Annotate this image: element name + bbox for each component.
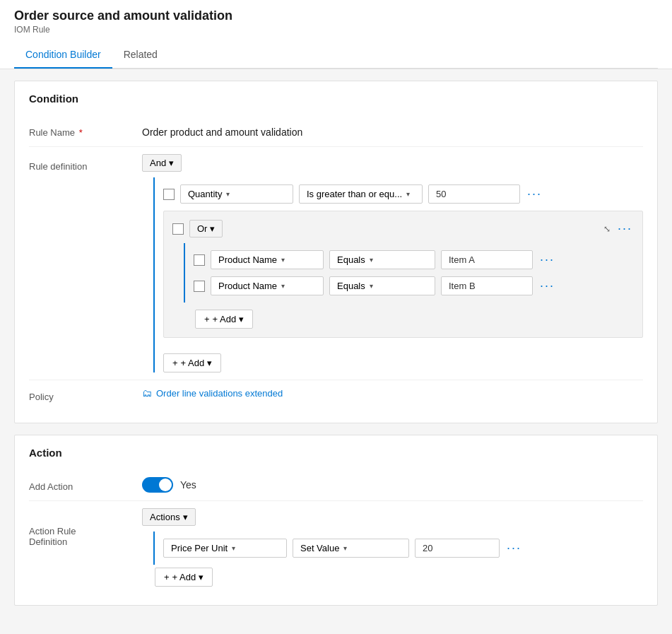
product-name-1-field-dropdown[interactable]: Product Name ▾ (211, 250, 324, 269)
page-title: Order source and amount validation (14, 8, 658, 23)
outer-add-plus-icon: + (172, 358, 178, 368)
inner-add-plus-icon: + (204, 314, 210, 324)
tab-related[interactable]: Related (112, 42, 169, 69)
action-add-chevron-icon: ▾ (199, 572, 204, 582)
set-value-operator-dropdown[interactable]: Set Value ▾ (293, 539, 409, 558)
or-operator-button[interactable]: Or ▾ (189, 220, 223, 237)
product-name-1-value-field[interactable]: Item A (441, 250, 533, 269)
product-name-2-checkbox[interactable] (194, 281, 205, 292)
price-field-chevron: ▾ (232, 544, 235, 552)
product-name-1-checkbox[interactable] (194, 254, 205, 266)
rule-definition-label: Rule definition (29, 161, 87, 172)
rule-name-value: Order product and amount validation (142, 123, 643, 138)
product-name-2-more-button[interactable]: ··· (538, 278, 556, 293)
page-subtitle: IOM Rule (14, 25, 658, 35)
add-action-toggle[interactable] (142, 477, 173, 493)
required-indicator: * (79, 127, 83, 138)
and-chevron-icon: ▾ (169, 158, 174, 168)
tab-condition-builder[interactable]: Condition Builder (14, 42, 112, 69)
add-action-value: Yes (180, 479, 196, 491)
quantity-operator-chevron: ▾ (406, 190, 410, 198)
action-row-more-button[interactable]: ··· (505, 541, 523, 556)
quantity-operator-dropdown[interactable]: Is greater than or equ... ▾ (299, 184, 423, 204)
price-per-unit-field-dropdown[interactable]: Price Per Unit ▾ (163, 539, 287, 558)
product-name-2-field-dropdown[interactable]: Product Name ▾ (211, 276, 324, 295)
product-2-operator-chevron: ▾ (370, 282, 373, 290)
product-name-2-operator-dropdown[interactable]: Equals ▾ (329, 276, 435, 295)
and-operator-button[interactable]: And ▾ (142, 154, 182, 172)
actions-chevron-icon: ▾ (183, 512, 188, 522)
or-collapse-icon[interactable]: ⤡ (603, 224, 611, 234)
quantity-value-field[interactable]: 50 (428, 184, 520, 204)
quantity-field-chevron: ▾ (226, 190, 230, 198)
action-add-button[interactable]: + + Add ▾ (155, 568, 213, 587)
policy-link[interactable]: 🗂 Order line validations extended (142, 387, 283, 399)
outer-add-button[interactable]: + + Add ▾ (163, 353, 221, 372)
product-name-1-more-button[interactable]: ··· (538, 252, 556, 267)
or-group-more-button[interactable]: ··· (616, 221, 634, 236)
product-2-field-chevron: ▾ (281, 282, 285, 290)
outer-add-chevron-icon: ▾ (207, 358, 212, 368)
product-1-field-chevron: ▾ (281, 256, 285, 264)
action-rule-label: Action Rule Definition (29, 526, 76, 547)
product-name-1-operator-dropdown[interactable]: Equals ▾ (329, 250, 435, 269)
product-name-2-value-field[interactable]: Item B (441, 276, 533, 295)
action-value-field[interactable]: 20 (415, 539, 500, 558)
inner-add-button[interactable]: + + Add ▾ (195, 310, 253, 329)
policy-icon: 🗂 (142, 387, 152, 399)
quantity-more-button[interactable]: ··· (526, 187, 543, 201)
action-section-title: Action (29, 447, 643, 459)
add-action-label: Add Action (29, 481, 73, 492)
inner-add-chevron-icon: ▾ (239, 314, 244, 324)
actions-operator-button[interactable]: Actions ▾ (142, 508, 196, 526)
rule-name-label: Rule Name (29, 127, 75, 138)
or-chevron-icon: ▾ (210, 223, 215, 234)
action-add-plus-icon: + (164, 572, 170, 582)
policy-label: Policy (29, 392, 54, 402)
quantity-field-dropdown[interactable]: Quantity ▾ (180, 184, 293, 204)
product-1-operator-chevron: ▾ (370, 256, 373, 264)
condition-section-title: Condition (29, 93, 643, 105)
set-value-chevron: ▾ (343, 544, 347, 552)
or-group-checkbox[interactable] (172, 223, 184, 235)
quantity-checkbox[interactable] (163, 189, 175, 200)
